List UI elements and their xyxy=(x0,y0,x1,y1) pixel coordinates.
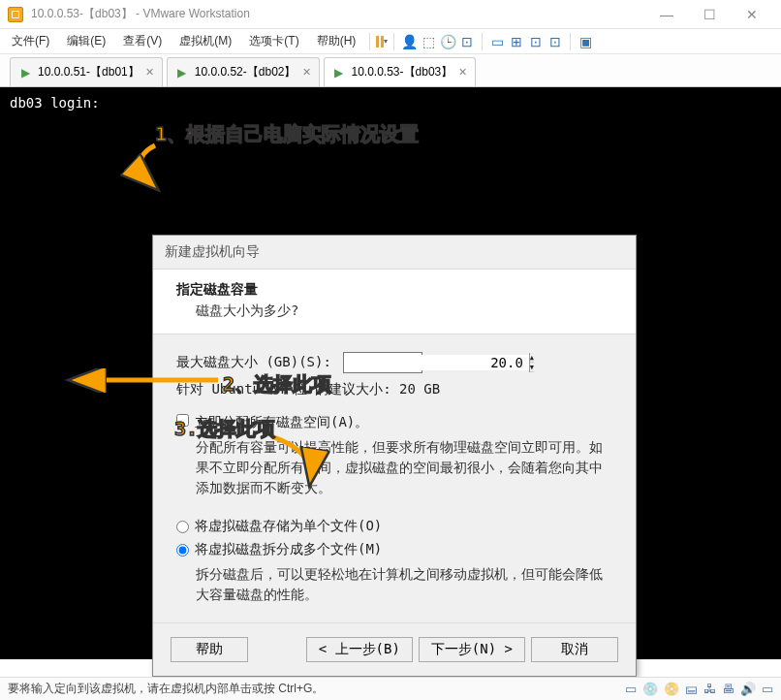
menu-view[interactable]: 查看(V) xyxy=(115,29,170,53)
close-window-button[interactable]: ✕ xyxy=(731,0,773,29)
tab-strip: ▶ 10.0.0.51-【db01】 ✕ ▶ 10.0.0.52-【db02】 … xyxy=(0,54,781,87)
console-prompt: db03 login: xyxy=(10,95,771,111)
next-button[interactable]: 下一步(N) > xyxy=(419,637,525,662)
status-icon[interactable]: 🖶 xyxy=(722,682,734,696)
tab-db03[interactable]: ▶ 10.0.0.53-【db03】 ✕ xyxy=(324,57,477,86)
tab-label: 10.0.0.51-【db01】 xyxy=(38,64,140,80)
pause-icon[interactable] xyxy=(376,36,384,48)
tab-db02[interactable]: ▶ 10.0.0.52-【db02】 ✕ xyxy=(167,57,320,86)
toolbar-icon[interactable]: ⊡ xyxy=(527,33,545,50)
spin-up-icon[interactable]: ▲ xyxy=(530,353,534,363)
minimize-button[interactable]: — xyxy=(645,0,688,29)
tab-label: 10.0.0.53-【db03】 xyxy=(352,64,453,80)
menu-vm[interactable]: 虚拟机(M) xyxy=(172,29,239,53)
menubar: 文件(F) 编辑(E) 查看(V) 虚拟机(M) 选项卡(T) 帮助(H) ▾ … xyxy=(0,29,781,54)
status-icon[interactable]: 💿 xyxy=(642,682,658,696)
status-bar: 要将输入定向到该虚拟机，请在虚拟机内部单击或按 Ctrl+G。 ▭ 💿 📀 🖴 … xyxy=(0,677,781,700)
toolbar-icon[interactable]: 👤 xyxy=(400,33,418,50)
tab-db01[interactable]: ▶ 10.0.0.51-【db01】 ✕ xyxy=(10,57,163,86)
vm-icon: ▶ xyxy=(332,66,346,80)
separator xyxy=(570,33,571,50)
split-file-radio[interactable] xyxy=(176,544,189,557)
separator xyxy=(393,33,394,50)
disk-size-stepper[interactable]: ▲ ▼ xyxy=(343,352,422,373)
back-button[interactable]: < 上一步(B) xyxy=(306,637,413,662)
arrow-icon xyxy=(107,141,174,194)
new-vm-wizard-dialog: 新建虚拟机向导 指定磁盘容量 磁盘大小为多少? 最大磁盘大小 (GB)(S): … xyxy=(152,235,637,677)
close-icon[interactable]: ✕ xyxy=(458,66,467,79)
allocate-now-checkbox[interactable] xyxy=(176,414,189,427)
vm-console[interactable]: db03 login: 新建虚拟机向导 指定磁盘容量 磁盘大小为多少? 最大磁盘… xyxy=(0,87,781,659)
status-icon[interactable]: 🖴 xyxy=(685,682,698,696)
disk-size-suggestion: 针对 Ubuntu 64 位 的建议大小: 20 GB xyxy=(176,381,612,398)
cancel-button[interactable]: 取消 xyxy=(531,637,618,662)
window-title: 10.0.0.53-【db03】 - VMware Workstation xyxy=(31,6,645,22)
separator xyxy=(369,33,370,50)
status-text: 要将输入定向到该虚拟机，请在虚拟机内部单击或按 Ctrl+G。 xyxy=(8,681,324,697)
disk-size-input[interactable] xyxy=(344,355,529,370)
menu-help[interactable]: 帮助(H) xyxy=(309,29,364,53)
status-icon[interactable]: 🖧 xyxy=(703,682,716,696)
wizard-heading: 指定磁盘容量 xyxy=(176,281,612,299)
annotation-1: 1、根据自己电脑实际情况设置 xyxy=(155,121,419,147)
status-icon[interactable]: 🔊 xyxy=(740,682,756,696)
split-note: 拆分磁盘后，可以更轻松地在计算机之间移动虚拟机，但可能会降低大容量磁盘的性能。 xyxy=(176,564,612,605)
fullscreen-icon[interactable]: ▣ xyxy=(577,33,594,50)
dialog-title: 新建虚拟机向导 xyxy=(153,236,636,270)
vm-icon: ▶ xyxy=(18,66,32,80)
close-icon[interactable]: ✕ xyxy=(145,66,154,79)
single-file-label: 将虚拟磁盘存储为单个文件(O) xyxy=(195,518,382,535)
vm-icon: ▶ xyxy=(175,66,189,80)
status-icon[interactable]: ▭ xyxy=(625,682,637,696)
window-titlebar: 10.0.0.53-【db03】 - VMware Workstation — … xyxy=(0,0,781,29)
toolbar-icon[interactable]: ⊞ xyxy=(508,33,525,50)
status-icon[interactable]: 📀 xyxy=(664,682,679,696)
menu-file[interactable]: 文件(F) xyxy=(4,29,57,53)
allocate-now-label: 立即分配所有磁盘空间(A)。 xyxy=(195,414,368,431)
tab-label: 10.0.0.52-【db02】 xyxy=(195,64,297,80)
toolbar-icon[interactable]: ▭ xyxy=(488,33,506,50)
chevron-down-icon[interactable]: ▾ xyxy=(384,37,388,46)
status-icon[interactable]: ▭ xyxy=(762,682,773,696)
toolbar-icon[interactable]: ⬚ xyxy=(420,33,437,50)
status-icons: ▭ 💿 📀 🖴 🖧 🖶 🔊 ▭ xyxy=(625,682,773,696)
menu-tabs[interactable]: 选项卡(T) xyxy=(241,29,306,53)
toolbar-icon[interactable]: 🕒 xyxy=(439,33,456,50)
toolbar-icon[interactable]: ⊡ xyxy=(547,33,564,50)
separator xyxy=(482,33,483,50)
menu-edit[interactable]: 编辑(E) xyxy=(59,29,113,53)
maximize-button[interactable]: ☐ xyxy=(688,0,731,29)
single-file-radio[interactable] xyxy=(176,521,189,533)
toolbar-icon[interactable]: ⊡ xyxy=(458,33,476,50)
app-icon xyxy=(8,7,23,22)
close-icon[interactable]: ✕ xyxy=(302,66,311,79)
help-button[interactable]: 帮助 xyxy=(171,637,248,662)
allocate-note: 分配所有容量可以提高性能，但要求所有物理磁盘空间立即可用。如果不立即分配所有空间… xyxy=(176,437,612,498)
split-file-label: 将虚拟磁盘拆分成多个文件(M) xyxy=(195,541,382,558)
disk-size-label: 最大磁盘大小 (GB)(S): xyxy=(176,354,331,371)
spin-down-icon[interactable]: ▼ xyxy=(530,363,534,372)
wizard-subheading: 磁盘大小为多少? xyxy=(176,302,612,320)
